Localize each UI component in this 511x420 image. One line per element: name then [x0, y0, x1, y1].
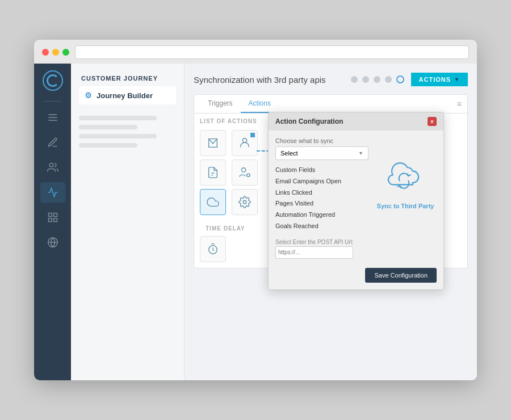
placeholder-line-3 — [79, 134, 157, 138]
sidebar-item-globe[interactable] — [40, 232, 65, 253]
sidebar-item-users[interactable] — [40, 157, 65, 178]
svg-point-15 — [243, 200, 246, 204]
sync-option-email-campaigns[interactable]: Email Campaigns Open — [275, 176, 368, 187]
modal-title: Action Configuration — [275, 117, 343, 125]
sync-to-third-label: Sync to Third Party — [377, 203, 434, 209]
modal-footer: Save Configuration — [269, 263, 443, 289]
right-content: Synchronization with 3rd party apis ACTI… — [185, 64, 477, 380]
nav-dot-4[interactable] — [385, 76, 392, 83]
person-action-icon — [238, 137, 251, 149]
modal-body: Choose what to sync Select ▼ Custom Fiel… — [269, 131, 443, 239]
modal-left: Choose what to sync Select ▼ Custom Fiel… — [275, 137, 368, 232]
app-content: CUSTOMER JOURNEY ⚙ Journey Builder — [34, 64, 477, 380]
sidebar — [34, 64, 71, 380]
nav-dot-active[interactable] — [396, 75, 404, 83]
choose-sync-label: Choose what to sync — [275, 137, 368, 144]
actions-button-label: ACTIONS — [419, 76, 451, 83]
logo-spinner — [47, 74, 59, 87]
globe-icon — [47, 237, 58, 248]
nav-dot-1[interactable] — [351, 76, 358, 83]
sidebar-item-journey[interactable] — [40, 182, 65, 203]
svg-rect-4 — [48, 213, 52, 217]
panel-container: Triggers Actions ≡ LIST OF ACTIONS — [194, 94, 468, 268]
sync-option-goals[interactable]: Goals Reached — [275, 221, 368, 232]
tab-actions[interactable]: Actions — [241, 95, 279, 113]
app-logo[interactable] — [43, 70, 63, 91]
section-header: CUSTOMER JOURNEY — [79, 75, 176, 82]
actions-button[interactable]: ACTIONS ▼ — [411, 73, 468, 86]
cloud-sync-svg — [386, 162, 425, 196]
svg-point-10 — [242, 138, 246, 142]
post-api-label: Select Enter the POST API Url: — [275, 239, 437, 245]
traffic-lights — [42, 49, 69, 56]
sync-options-list: Custom Fields Email Campaigns Open Links… — [275, 165, 368, 232]
svg-rect-7 — [53, 219, 57, 222]
placeholder-line-2 — [79, 125, 137, 129]
minimize-button[interactable] — [52, 49, 59, 56]
close-button[interactable] — [42, 49, 49, 56]
sync-option-links-clicked[interactable]: Links Clicked — [275, 187, 368, 199]
action-icon-person1[interactable] — [232, 130, 258, 156]
maximize-button[interactable] — [62, 49, 69, 56]
actions-arrow-icon: ▼ — [454, 77, 460, 82]
dashboard-icon — [47, 212, 58, 223]
browser-chrome — [34, 40, 477, 64]
placeholder-lines — [71, 110, 184, 158]
timer-icon — [207, 243, 219, 255]
svg-point-14 — [247, 174, 250, 177]
svg-rect-6 — [48, 219, 52, 222]
journey-icon — [47, 187, 58, 198]
nav-dots-area — [351, 75, 404, 83]
placeholder-line-4 — [79, 143, 137, 148]
email-action-icon — [207, 137, 219, 149]
modal-close-button[interactable]: × — [428, 117, 437, 126]
nav-dot-3[interactable] — [374, 76, 380, 83]
sidebar-item-dashboard[interactable] — [40, 207, 65, 228]
sidebar-item-edit[interactable] — [40, 132, 65, 153]
action-icon-email[interactable] — [200, 130, 226, 156]
modal-right: Sync to Third Party — [374, 137, 437, 232]
select-arrow-icon: ▼ — [358, 150, 363, 156]
post-api-row: Select Enter the POST API Url: — [269, 239, 443, 263]
placeholder-line-1 — [79, 116, 157, 120]
users-icon — [47, 162, 58, 173]
action-configuration-modal: Action Configuration × Choose what to sy… — [268, 112, 444, 290]
sync-option-custom-fields[interactable]: Custom Fields — [275, 165, 368, 176]
svg-point-3 — [49, 163, 53, 167]
person-settings-icon — [238, 166, 251, 179]
action-icon-timer[interactable] — [200, 236, 226, 262]
sync-option-automation[interactable]: Automation Triggered — [275, 209, 368, 221]
nav-item-journey-builder[interactable]: ⚙ Journey Builder — [79, 86, 176, 104]
tabs-row: Triggers Actions ≡ — [194, 95, 467, 114]
address-bar[interactable] — [75, 45, 469, 59]
sidebar-divider-top — [44, 101, 62, 102]
document-action-icon — [207, 166, 219, 179]
action-icon-cloud[interactable] — [200, 189, 226, 215]
nav-dot-2[interactable] — [362, 76, 369, 83]
badge-dot — [250, 133, 255, 137]
browser-window: CUSTOMER JOURNEY ⚙ Journey Builder — [34, 40, 477, 380]
panel-menu-icon[interactable]: ≡ — [457, 99, 462, 108]
tab-triggers[interactable]: Triggers — [200, 95, 241, 113]
content-title: Synchronization with 3rd party apis — [194, 75, 326, 85]
journey-builder-icon: ⚙ — [85, 91, 92, 100]
svg-point-13 — [242, 168, 246, 172]
action-icon-person2[interactable] — [232, 159, 258, 186]
sidebar-item-menu[interactable] — [40, 107, 65, 128]
post-api-input[interactable] — [275, 246, 353, 259]
nav-item-label: Journey Builder — [97, 91, 153, 100]
action-icon-document[interactable] — [200, 159, 226, 186]
main-area: CUSTOMER JOURNEY ⚙ Journey Builder — [71, 64, 477, 380]
action-icon-settings[interactable] — [232, 189, 258, 215]
modal-header: Action Configuration × — [269, 112, 443, 131]
menu-icon — [47, 112, 58, 123]
cloud-action-icon — [207, 196, 219, 208]
svg-rect-5 — [53, 213, 57, 217]
edit-icon — [47, 137, 58, 148]
sync-option-pages-visited[interactable]: Pages Visited — [275, 198, 368, 209]
content-top-bar: Synchronization with 3rd party apis ACTI… — [194, 73, 468, 86]
left-panel: CUSTOMER JOURNEY ⚙ Journey Builder — [71, 64, 185, 380]
settings-action-icon — [238, 196, 251, 208]
save-configuration-button[interactable]: Save Configuration — [365, 268, 437, 283]
sync-select[interactable]: Select ▼ — [275, 146, 368, 160]
